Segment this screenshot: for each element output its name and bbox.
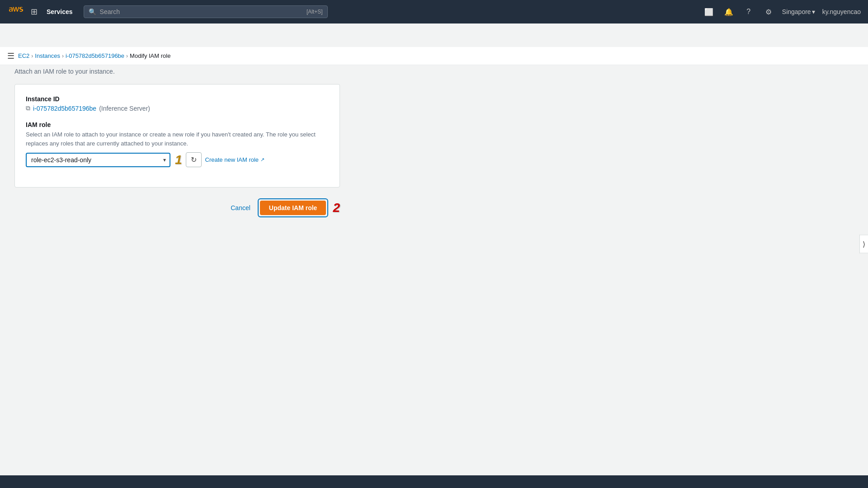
create-new-iam-role-link[interactable]: Create new IAM role ↗ (205, 156, 265, 163)
services-nav-button[interactable]: Services (43, 6, 76, 17)
iam-role-group: IAM role Select an IAM role to attach to… (26, 121, 329, 167)
actions-row: Cancel Update IAM role 2 (14, 198, 340, 217)
user-menu[interactable]: ky.nguyencao (822, 8, 861, 15)
settings-icon[interactable]: ⚙ (762, 5, 775, 18)
iam-role-description: Select an IAM role to attach to your ins… (26, 130, 329, 148)
create-role-link-text: Create new IAM role (205, 156, 259, 163)
region-label: Singapore (782, 8, 811, 15)
breadcrumb-sep-1: › (31, 53, 33, 59)
update-btn-container: Update IAM role (258, 198, 329, 217)
iam-role-select-row: role-ec2-s3-read-only role-ec2-full-acce… (26, 152, 329, 167)
secondary-nav: ☰ EC2 › Instances › i-075782d5b657196be … (0, 47, 868, 65)
breadcrumb-instance-id[interactable]: i-075782d5b657196be (66, 52, 124, 59)
iam-role-label: IAM role (26, 121, 329, 128)
nav-right-area: ⬜ 🔔 ? ⚙ Singapore ▾ ky.nguyencao (703, 5, 861, 18)
breadcrumb-sep-2: › (62, 53, 64, 59)
step-1-annotation: 1 (175, 153, 182, 167)
main-content: Modify IAM role Info Attach an IAM role … (0, 42, 868, 228)
aws-logo (7, 6, 24, 17)
iam-role-select-wrapper: role-ec2-s3-read-only role-ec2-full-acce… (26, 153, 170, 167)
instance-name-label: (Inference Server) (99, 105, 150, 112)
grid-icon[interactable]: ⊞ (29, 5, 39, 19)
update-iam-role-button[interactable]: Update IAM role (260, 201, 326, 215)
search-input[interactable] (100, 8, 303, 15)
update-area: Update IAM role 2 (258, 198, 340, 217)
breadcrumb-sep-3: › (126, 53, 128, 59)
bell-icon[interactable]: 🔔 (722, 5, 735, 18)
help-icon[interactable]: ? (742, 5, 755, 18)
copy-icon[interactable]: ⧉ (26, 104, 30, 112)
breadcrumb: EC2 › Instances › i-075782d5b657196be › … (18, 52, 170, 59)
page-subtitle: Attach an IAM role to your instance. (14, 68, 854, 75)
search-shortcut: [Alt+S] (307, 9, 323, 15)
instance-id-row: ⧉ i-075782d5b657196be (Inference Server) (26, 104, 329, 112)
step-2-annotation: 2 (333, 201, 340, 215)
instance-id-group: Instance ID ⧉ i-075782d5b657196be (Infer… (26, 95, 329, 112)
top-navigation: ⊞ Services 🔍 [Alt+S] ⬜ 🔔 ? ⚙ Singapore ▾… (0, 0, 868, 23)
instance-id-link[interactable]: i-075782d5b657196be (33, 105, 96, 112)
instance-id-label: Instance ID (26, 95, 329, 103)
breadcrumb-ec2[interactable]: EC2 (18, 52, 29, 59)
modify-iam-role-card: Instance ID ⧉ i-075782d5b657196be (Infer… (14, 84, 340, 188)
refresh-button[interactable]: ↻ (186, 152, 202, 167)
cancel-button[interactable]: Cancel (231, 204, 250, 211)
region-chevron-icon: ▾ (812, 8, 815, 15)
breadcrumb-current: Modify IAM role (130, 52, 170, 59)
search-bar: 🔍 [Alt+S] (84, 5, 328, 18)
terminal-icon[interactable]: ⬜ (703, 5, 715, 18)
region-selector[interactable]: Singapore ▾ (782, 8, 815, 15)
iam-role-select[interactable]: role-ec2-s3-read-only role-ec2-full-acce… (27, 154, 170, 166)
search-icon: 🔍 (89, 8, 96, 15)
external-link-icon: ↗ (260, 157, 264, 163)
breadcrumb-instances[interactable]: Instances (35, 52, 60, 59)
hamburger-icon[interactable]: ☰ (7, 51, 14, 61)
